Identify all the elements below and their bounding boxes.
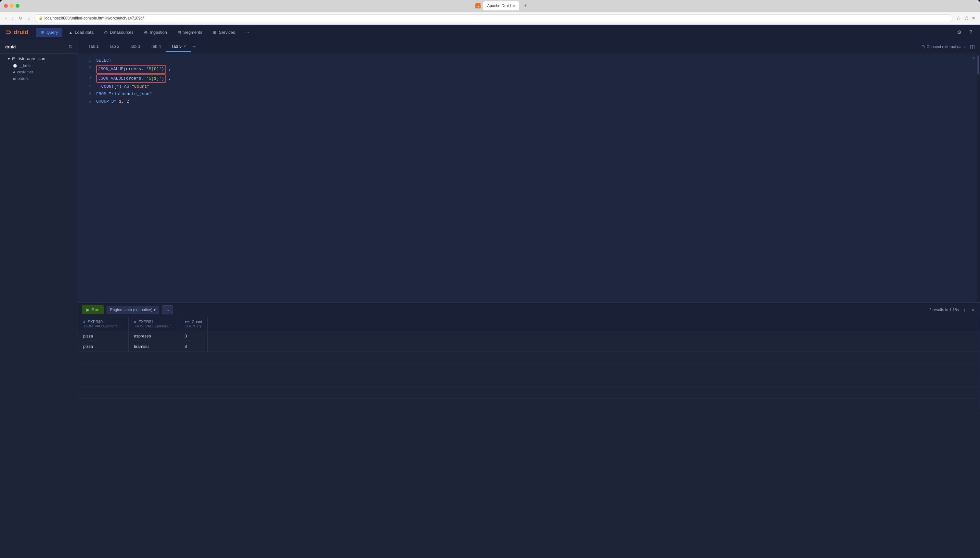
browser-tab-close[interactable]: × — [513, 3, 515, 8]
nav-item-segments-label: Segments — [183, 30, 202, 35]
panel-toggle-button[interactable]: ◫ — [970, 44, 975, 50]
druid-logo: ⊃ druid — [5, 28, 28, 37]
nav-item-more[interactable]: ··· — [241, 28, 253, 37]
home-button[interactable]: ⌂ — [26, 14, 31, 22]
address-bar[interactable]: 🔒 localhost:8888/unified-console.html#wo… — [35, 14, 952, 22]
nav-item-query-label: Query — [46, 30, 58, 35]
results-data-table: A EXPR$0 JSON_VALUE(orders, '... A EXPR$… — [78, 317, 980, 410]
tab-3[interactable]: Tab 3 — [125, 41, 146, 52]
col-header-expr0-subtext: JSON_VALUE(orders, '... — [83, 324, 123, 328]
results-table: A EXPR$0 JSON_VALUE(orders, '... A EXPR$… — [78, 317, 980, 558]
code-editor[interactable]: ≡ 1 SELECT 2 JSON_VALUE(orders, '$[0]') — [78, 53, 980, 302]
extensions-icon[interactable]: ⬡ — [963, 14, 970, 22]
tab-1[interactable]: Tab 1 — [83, 41, 104, 52]
help-button[interactable]: ? — [967, 28, 975, 37]
nav-item-segments[interactable]: ⊟ Segments — [173, 28, 207, 37]
browser-menu-icon[interactable]: ≡ — [971, 14, 976, 22]
run-icon: ▶ — [86, 307, 90, 312]
results-header-row: A EXPR$0 JSON_VALUE(orders, '... A EXPR$… — [78, 317, 980, 331]
druid-logo-text: druid — [14, 29, 28, 36]
new-browser-tab-button[interactable]: + — [522, 3, 529, 10]
nav-item-datasources-label: Datasources — [110, 30, 133, 35]
back-button[interactable]: ‹ — [4, 14, 8, 22]
minimize-traffic-light[interactable] — [10, 4, 14, 8]
nav-item-load-label: Load data — [75, 30, 94, 35]
expr0-type-icon: A — [83, 320, 86, 324]
download-results-button[interactable]: ↓ — [962, 307, 968, 313]
traffic-lights — [4, 4, 20, 8]
tab-2[interactable]: Tab 2 — [104, 41, 125, 52]
browser-tab[interactable]: Apache Druid × — [483, 1, 519, 10]
sidebar-table: ▾ ⊞ ristorante_json 🕐 __time A customer … — [0, 54, 78, 83]
browser-favicon: 🔥 — [475, 3, 480, 8]
load-data-icon: ▲ — [68, 30, 73, 35]
col-header-expr0[interactable]: A EXPR$0 JSON_VALUE(orders, '... — [78, 317, 128, 331]
table-row-empty-4 — [78, 387, 980, 398]
forward-button[interactable]: › — [11, 14, 15, 22]
nav-item-query[interactable]: ⊞ Query — [36, 28, 62, 37]
customer-col-icon: A — [13, 71, 15, 74]
tab-right-actions: ⊟ Connect external data ◫ — [919, 43, 975, 50]
time-col-name: __time — [19, 63, 31, 68]
close-traffic-light[interactable] — [4, 4, 8, 8]
nav-item-load-data[interactable]: ▲ Load data — [64, 28, 98, 37]
customer-col-name: customer — [17, 70, 33, 74]
editor-toolbar: ▶ Run Engine: auto (sql-native) ▾ ··· 2 … — [78, 302, 980, 317]
maximize-traffic-light[interactable] — [16, 4, 20, 8]
query-icon: ⊞ — [41, 30, 44, 35]
browser-tab-label: Apache Druid — [487, 3, 511, 8]
druid-logo-icon: ⊃ — [5, 28, 11, 37]
sidebar-column-time[interactable]: 🕐 __time — [8, 62, 72, 69]
top-nav: ⊃ druid ⊞ Query ▲ Load data ⊙ Datasource… — [0, 25, 980, 40]
sidebar: druid ⇅ ▾ ⊞ ristorante_json 🕐 __time A c… — [0, 40, 78, 558]
close-results-button[interactable]: × — [970, 307, 976, 313]
connect-external-button[interactable]: ⊟ Connect external data — [919, 43, 967, 50]
code-line-3: 3 JSON_VALUE(orders, '$[1]') , — [78, 74, 980, 84]
tab-5[interactable]: Tab 5 × — [166, 41, 191, 52]
segments-icon: ⊟ — [178, 30, 181, 35]
sidebar-header: druid ⇅ — [0, 40, 78, 54]
nav-item-datasources[interactable]: ⊙ Datasources — [99, 28, 138, 37]
row1-count: 3 — [179, 331, 207, 341]
nav-item-ingestion[interactable]: ⊕ Ingestion — [140, 28, 171, 37]
count-type-icon: 123 — [184, 320, 189, 324]
col-header-empty — [208, 317, 980, 331]
table-row-empty-3 — [78, 375, 980, 387]
sidebar-table-header[interactable]: ▾ ⊞ ristorante_json — [8, 55, 72, 62]
sidebar-column-customer[interactable]: A customer — [8, 69, 72, 75]
expr1-type-icon: A — [134, 320, 136, 324]
table-expand-icon: ▾ — [8, 56, 10, 61]
run-label: Run — [92, 307, 99, 312]
new-tab-button[interactable]: + — [192, 43, 196, 50]
more-options-button[interactable]: ··· — [162, 305, 173, 314]
nav-item-services[interactable]: ⚙ Services — [208, 28, 240, 37]
tab-4[interactable]: Tab 4 — [145, 41, 166, 52]
sidebar-column-orders[interactable]: ⊞ orders — [8, 75, 72, 82]
code-line-1: 1 SELECT — [78, 57, 980, 65]
col-header-count[interactable]: 123 Count COUNT(*) — [179, 317, 207, 331]
datasources-icon: ⊙ — [104, 30, 108, 35]
code-line-4: 4 COUNT(*) AS "Count" — [78, 83, 980, 90]
services-icon: ⚙ — [212, 30, 217, 35]
table-row: pizza tiramisu 3 — [78, 341, 980, 351]
col-header-expr1[interactable]: A EXPR$1 JSON_VALUE(orders, '... — [128, 317, 179, 331]
nav-right: ⚙ ? — [954, 28, 975, 37]
connect-external-icon: ⊟ — [921, 44, 925, 49]
run-button[interactable]: ▶ Run — [82, 305, 104, 314]
row2-expr0: pizza — [78, 341, 128, 351]
code-line-2: 2 JSON_VALUE(orders, '$[0]') , — [78, 65, 980, 74]
refresh-button[interactable]: ↻ — [17, 14, 24, 22]
editor-menu-icon[interactable]: ≡ — [972, 56, 975, 61]
sidebar-expand-button[interactable]: ⇅ — [69, 44, 72, 49]
editor-area: ≡ 1 SELECT 2 JSON_VALUE(orders, '$[0]') — [78, 53, 980, 558]
sidebar-title: druid — [5, 44, 16, 49]
bookmarks-icon[interactable]: ☆ — [955, 14, 962, 22]
editor-scrollbar[interactable] — [977, 53, 980, 302]
browser-toolbar-icons: ☆ ⬡ ≡ — [955, 14, 976, 22]
tab-bar: Tab 1 Tab 2 Tab 3 Tab 4 Tab 5 × + — [78, 40, 980, 53]
engine-selector[interactable]: Engine: auto (sql-native) ▾ — [107, 305, 159, 314]
tab-5-close[interactable]: × — [184, 44, 186, 49]
code-line-6: 6 GROUP BY 1, 2 — [78, 98, 980, 105]
settings-button[interactable]: ⚙ — [954, 28, 964, 37]
col-header-expr1-label: EXPR$1 — [138, 320, 153, 324]
